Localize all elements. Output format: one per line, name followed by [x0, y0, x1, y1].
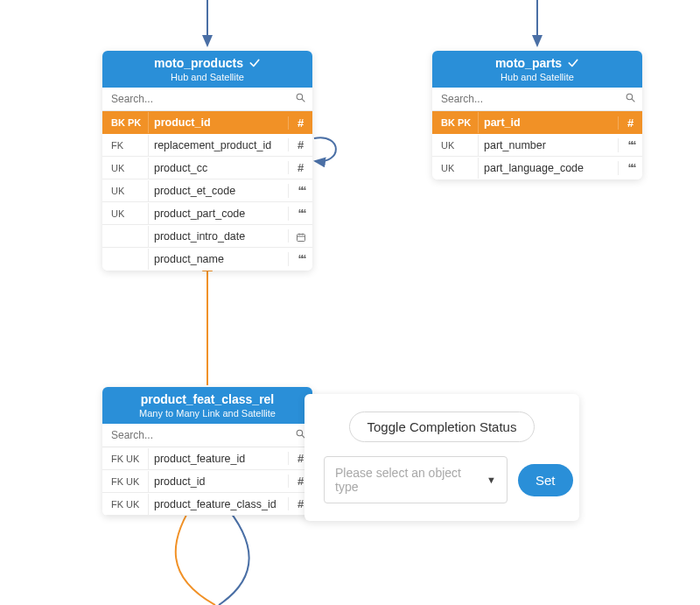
text-type-icon — [288, 207, 312, 221]
entity-title-text: moto_parts — [495, 56, 562, 70]
entity-moto-products[interactable]: moto_products Hub and Satellite BK PK pr… — [102, 51, 312, 271]
set-button[interactable]: Set — [518, 464, 573, 496]
row-field-name: product_intro_date — [148, 226, 288, 247]
entity-title-text: product_feat_class_rel — [141, 392, 275, 406]
entity-product-feat-class-rel[interactable]: product_feat_class_rel Many to Many Link… — [102, 387, 312, 516]
number-type-icon — [288, 138, 312, 151]
entity-subtitle: Hub and Satellite — [439, 72, 635, 82]
text-type-icon — [288, 252, 312, 266]
entity-search-row — [102, 424, 312, 447]
number-type-icon — [288, 116, 312, 130]
table-row[interactable]: UK product_part_code — [102, 202, 312, 225]
svg-rect-2 — [297, 234, 304, 241]
svg-line-1 — [302, 99, 304, 102]
row-keys: UK — [102, 181, 148, 200]
row-field-name: product_part_code — [148, 203, 288, 224]
search-input[interactable] — [432, 88, 618, 110]
row-field-name: product_feature_class_id — [148, 494, 288, 515]
check-icon — [567, 56, 579, 70]
chevron-down-icon: ▼ — [486, 475, 496, 485]
text-type-icon — [618, 138, 642, 152]
row-field-name: product_name — [148, 249, 288, 270]
toggle-completion-button[interactable]: Toggle Completion Status — [349, 412, 536, 442]
number-type-icon — [288, 161, 312, 174]
table-row[interactable]: FK UK product_feature_class_id — [102, 493, 312, 516]
row-keys: FK UK — [102, 449, 148, 468]
table-row[interactable]: UK part_language_code — [432, 157, 642, 179]
number-type-icon — [618, 116, 642, 130]
entity-subtitle: Many to Many Link and Satellite — [109, 408, 305, 419]
row-field-name: part_number — [478, 135, 618, 156]
row-field-name: product_feature_id — [148, 448, 288, 469]
row-field-name: product_id — [148, 112, 288, 133]
entity-search-row — [432, 88, 642, 111]
svg-point-0 — [297, 94, 303, 100]
search-icon[interactable] — [618, 92, 642, 106]
table-row[interactable]: FK replacement_product_id — [102, 134, 312, 157]
entity-search-row — [102, 88, 312, 111]
row-keys — [102, 255, 148, 264]
entity-moto-parts[interactable]: moto_parts Hub and Satellite BK PK part_… — [432, 51, 642, 179]
row-keys: UK — [432, 158, 478, 178]
search-input[interactable] — [102, 88, 288, 110]
completion-panel: Toggle Completion Status Please select a… — [304, 394, 579, 521]
table-row-header[interactable]: BK PK product_id — [102, 111, 312, 134]
row-field-name: product_cc — [148, 158, 288, 179]
row-field-name: product_id — [148, 471, 288, 492]
row-keys: FK — [102, 136, 148, 155]
row-keys: UK — [102, 204, 148, 223]
table-row[interactable]: UK product_et_code — [102, 179, 312, 202]
row-field-name: replacement_product_id — [148, 135, 288, 156]
entity-header[interactable]: moto_parts Hub and Satellite — [432, 51, 642, 88]
entity-header[interactable]: product_feat_class_rel Many to Many Link… — [102, 387, 312, 424]
row-keys: FK UK — [102, 472, 148, 491]
table-row[interactable]: product_name — [102, 248, 312, 271]
row-keys: UK — [432, 136, 478, 155]
search-icon[interactable] — [288, 92, 312, 106]
select-placeholder: Please select an object type — [335, 466, 478, 494]
row-keys — [102, 232, 148, 241]
entity-subtitle: Hub and Satellite — [109, 72, 305, 82]
row-keys: BK PK — [102, 113, 148, 132]
row-field-name: part_id — [478, 112, 618, 133]
table-row[interactable]: product_intro_date — [102, 225, 312, 248]
table-row[interactable]: UK product_cc — [102, 157, 312, 179]
table-row-header[interactable]: BK PK part_id — [432, 111, 642, 134]
row-keys: BK PK — [432, 113, 478, 132]
row-field-name: part_language_code — [478, 158, 618, 179]
entity-title-text: moto_products — [154, 56, 243, 70]
text-type-icon — [618, 161, 642, 175]
table-row[interactable]: FK UK product_feature_id — [102, 447, 312, 470]
row-keys: UK — [102, 158, 148, 178]
table-row[interactable]: FK UK product_id — [102, 470, 312, 493]
svg-point-8 — [297, 430, 303, 436]
entity-header[interactable]: moto_products Hub and Satellite — [102, 51, 312, 88]
object-type-select[interactable]: Please select an object type ▼ — [324, 456, 508, 503]
check-icon — [248, 56, 261, 70]
row-keys: FK UK — [102, 495, 148, 514]
row-field-name: product_et_code — [148, 180, 288, 201]
text-type-icon — [288, 184, 312, 198]
date-type-icon — [288, 229, 312, 243]
search-input[interactable] — [102, 424, 288, 447]
svg-point-6 — [626, 94, 633, 100]
svg-line-7 — [632, 99, 634, 102]
table-row[interactable]: UK part_number — [432, 134, 642, 157]
